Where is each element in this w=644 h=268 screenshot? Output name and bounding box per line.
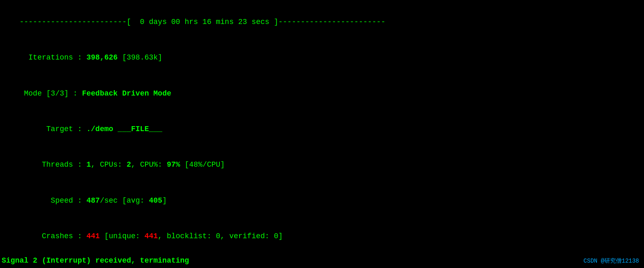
crashes-line: Crashes : 441 [unique: 441, blocklist: 0…: [0, 218, 644, 254]
threads-line: Threads : 1, CPUs: 2, CPU%: 97% [48%/CPU…: [0, 147, 644, 183]
mode-line: Mode [3/3] : Feedback Driven Mode: [0, 76, 644, 111]
separator-top-line: ------------------------[ 0 days 00 hrs …: [0, 4, 644, 40]
speed-line: Speed : 487/sec [avg: 405]: [0, 183, 644, 218]
terminal-output: ------------------------[ 0 days 00 hrs …: [0, 0, 644, 268]
signal-line: Signal 2 (Interrupt) received, terminati…: [0, 253, 191, 268]
target-line: Target : ./demo ___FILE___: [0, 111, 644, 147]
iterations-line: Iterations : 398,626 [398.63k]: [0, 40, 644, 75]
watermark: CSDN @研究僧12138: [584, 257, 639, 265]
